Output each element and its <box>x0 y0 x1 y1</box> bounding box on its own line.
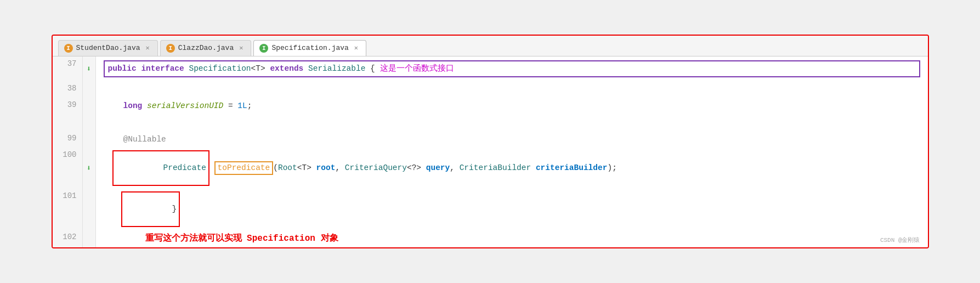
line-content-101: } <box>96 189 928 230</box>
kw-long: long <box>123 100 148 111</box>
nullable-annotation: @Nullable <box>123 134 166 145</box>
line-content-100: Predicate toPredicate(Root<T> root, Crit… <box>96 148 928 189</box>
main-container: I StudentDao.java ✕ I ClazzDao.java ✕ I … <box>52 35 929 248</box>
line-content-38 <box>96 81 928 98</box>
line-content-39: long serialVersionUID = 1L; <box>96 98 928 114</box>
value-1l: 1L <box>237 100 247 111</box>
criteria-builder-type: CriteriaBuilder <box>460 162 531 173</box>
root-param: root <box>316 162 336 173</box>
gutter-37: ⬇ <box>83 56 96 81</box>
gutter-38 <box>83 81 96 98</box>
closing-brace: } <box>172 205 177 213</box>
tab-icon-clazz: I <box>166 44 175 53</box>
arrow-icon-37: ⬇ <box>87 64 91 73</box>
tab-student-dao[interactable]: I StudentDao.java ✕ <box>58 40 158 56</box>
tab-icon-spec: I <box>259 44 268 53</box>
line-num-99: 99 <box>53 131 83 148</box>
annotation-functional-interface: 这是一个函数式接口 <box>380 63 454 75</box>
code-line-38: 38 <box>53 81 928 98</box>
watermark: CSDN @金刚猿 <box>880 236 920 244</box>
predicate-type: Predicate <box>163 163 206 172</box>
line-content-102: 重写这个方法就可以实现 Specification 对象 <box>96 230 928 247</box>
serializable: Serializable <box>308 63 365 74</box>
comma1: , <box>335 162 344 173</box>
kw-extends: extends <box>270 63 308 74</box>
generic-t: <T> <box>251 63 270 74</box>
tab-icon-student: I <box>64 44 73 53</box>
gutter-99 <box>83 131 96 148</box>
annotation-rewrite: 重写这个方法就可以实现 Specification 对象 <box>145 233 338 245</box>
class-name: Specification <box>189 63 251 74</box>
code-editor: 37 ⬇ public interface Specification<T> e… <box>53 56 928 247</box>
method-params: ( <box>273 162 278 173</box>
gutter-102 <box>83 230 96 247</box>
line-num-37: 37 <box>53 56 83 81</box>
tab-bar: I StudentDao.java ✕ I ClazzDao.java ✕ I … <box>53 36 928 56</box>
tab-clazz-dao[interactable]: I ClazzDao.java ✕ <box>160 40 252 56</box>
gutter-100: ⬇ <box>83 148 96 189</box>
cq-generic: <?> <box>407 162 426 173</box>
line-num-102: 102 <box>53 230 83 247</box>
semicolon-39: ; <box>247 100 252 111</box>
tab-label-student: StudentDao.java <box>76 44 140 52</box>
code-line-100: 100 ⬇ Predicate toPredicate(Root<T> root… <box>53 148 928 189</box>
code-line-39: 39 long serialVersionUID = 1L; <box>53 98 928 114</box>
tab-close-clazz[interactable]: ✕ <box>239 45 243 52</box>
line-content-99: @Nullable <box>96 131 928 148</box>
root-generic: <T> <box>297 162 316 173</box>
kw-interface: interface <box>141 63 189 74</box>
line-num-blank <box>53 114 83 131</box>
cb-param: criteriaBuilder <box>536 162 608 173</box>
line-num-39: 39 <box>53 98 83 114</box>
predicate-highlight-box: Predicate <box>112 150 209 186</box>
line-37-highlight-box: public interface Specification<T> extend… <box>104 60 920 77</box>
code-line-37: 37 ⬇ public interface Specification<T> e… <box>53 56 928 81</box>
tab-specification[interactable]: I Specification.java ✕ <box>253 40 366 56</box>
code-line-blank <box>53 114 928 131</box>
gutter-39 <box>83 98 96 114</box>
closing-paren: ); <box>607 162 616 173</box>
space-before-method <box>209 162 214 173</box>
tab-label-spec: Specification.java <box>271 44 348 52</box>
space-cb <box>531 162 536 173</box>
code-line-99: 99 @Nullable <box>53 131 928 148</box>
eq-sign: = <box>223 100 237 111</box>
query-param: query <box>426 162 450 173</box>
code-line-102: 102 重写这个方法就可以实现 Specification 对象 <box>53 230 928 247</box>
closing-brace-box: } <box>121 191 180 227</box>
field-name: serialVersionUID <box>147 100 223 111</box>
code-line-101: 101 } <box>53 189 928 230</box>
line-content-blank <box>96 114 928 131</box>
tab-close-student[interactable]: ✕ <box>146 45 150 52</box>
topredict-highlight-box: toPredicate <box>214 161 274 174</box>
tab-close-spec[interactable]: ✕ <box>354 45 358 52</box>
line-num-101: 101 <box>53 189 83 230</box>
line-num-100: 100 <box>53 148 83 189</box>
gutter-101 <box>83 189 96 230</box>
line-content-37: public interface Specification<T> extend… <box>96 56 928 81</box>
arrow-icon-100: ⬇ <box>87 163 91 173</box>
brace-open: { <box>365 63 379 74</box>
line-num-38: 38 <box>53 81 83 98</box>
criteria-query-type: CriteriaQuery <box>345 162 407 173</box>
comma2: , <box>450 162 459 173</box>
root-type: Root <box>278 162 297 173</box>
kw-public: public <box>108 63 141 74</box>
gutter-blank <box>83 114 96 131</box>
tab-label-clazz: ClazzDao.java <box>178 44 234 52</box>
